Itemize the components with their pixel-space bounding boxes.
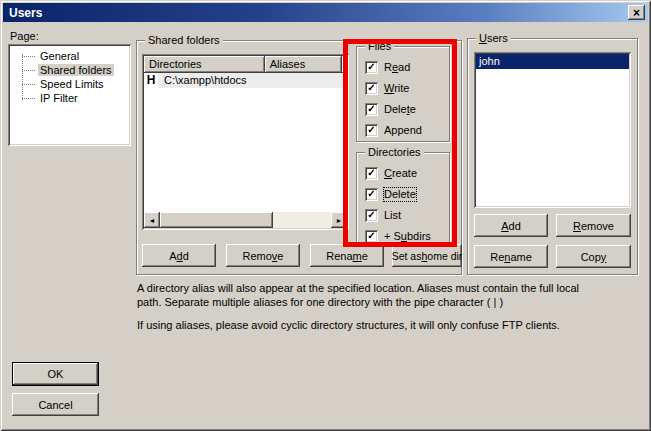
files-delete-row: ✓ Delete [365,102,416,116]
check-icon: ✓ [367,231,375,241]
checkbox-label: Create [384,167,417,180]
folders-rename-button[interactable]: Rename [310,244,384,267]
folders-add-button[interactable]: Add [142,244,216,267]
page-panel-label: Page: [10,30,39,42]
help-line: A directory alias will also appear at th… [137,281,642,295]
scroll-left-icon[interactable]: ◄ [144,212,160,228]
home-flag: H [144,73,158,88]
dirs-subdirs-row: ✓ + Subdirs [365,229,431,243]
files-group: Files ✓ Read ✓ Write ✓ Delete ✓ Append [356,46,450,142]
users-list[interactable]: john [474,52,631,208]
alias-help-text: A directory alias will also appear at th… [137,281,642,332]
check-icon: ✓ [367,104,375,114]
help-line: path. Separate multiple aliases for one … [137,295,642,309]
users-copy-button[interactable]: Copy [556,245,631,268]
directories-group-label: Directories [365,146,424,159]
set-as-home-dir-button[interactable]: Set as home dir [392,244,462,267]
users-remove-button[interactable]: Remove [556,214,631,237]
column-header-aliases[interactable]: Aliases [265,56,342,73]
button-label: R [573,220,581,232]
directories-group: Directories ✓ Create ✓ Delete ✓ List ✓ +… [356,152,450,246]
close-icon[interactable]: × [628,5,645,20]
subdirs-checkbox[interactable]: ✓ [365,230,378,243]
column-header-filler [342,56,347,73]
button-label: A [501,220,508,232]
button-label: y [601,251,607,263]
sidebar-item-ip-filter[interactable]: IP Filter [8,91,131,105]
button-label: d [183,250,189,262]
check-icon: ✓ [367,189,375,199]
create-checkbox[interactable]: ✓ [365,167,378,180]
check-icon: ✓ [367,210,375,220]
column-header-directories[interactable]: Directories [144,56,265,73]
button-label: Set as [392,250,422,262]
users-group-label: Users [476,32,511,45]
checkbox-label: + Subdirs [384,230,431,243]
check-icon: ✓ [367,83,375,93]
check-icon: ✓ [367,168,375,178]
checkbox-label: Append [384,124,422,137]
files-write-row: ✓ Write [365,81,409,95]
page-list: General Shared folders Speed Limits IP F… [8,44,131,146]
sidebar-item-label: Speed Limits [38,78,106,90]
sidebar-item-general[interactable]: General [8,49,131,63]
button-label: e [277,250,283,262]
append-checkbox[interactable]: ✓ [365,124,378,137]
button-label: A [169,250,176,262]
folders-remove-button[interactable]: Remove [226,244,300,267]
write-checkbox[interactable]: ✓ [365,82,378,95]
files-group-label: Files [365,40,394,53]
directory-row[interactable]: H C:\xampp\htdocs [144,73,347,88]
checkbox-label: Delete [384,103,416,116]
button-label: emove [581,220,614,232]
dirs-list-row: ✓ List [365,208,401,222]
checkbox-label: Write [384,82,409,95]
files-read-row: ✓ Read [365,60,410,74]
scrollbar-thumb[interactable] [160,212,273,228]
button-label: Remo [243,250,272,262]
button-label: dd [509,220,521,232]
scrollbar-track[interactable] [273,212,331,228]
button-label: Rena [326,250,352,262]
sidebar-item-label: Shared folders [38,64,114,76]
shared-folders-group-label: Shared folders [145,34,223,47]
user-item-john[interactable]: john [476,54,629,69]
horizontal-scrollbar[interactable]: ◄ ► [144,212,347,228]
button-label: Cop [581,251,601,263]
listview-header: Directories Aliases [144,56,347,73]
check-icon: ✓ [367,125,375,135]
users-add-button[interactable]: Add [474,214,548,237]
sidebar-item-speed-limits[interactable]: Speed Limits [8,77,131,91]
window-title: Users [9,6,42,20]
title-bar[interactable]: Users × [3,3,648,22]
list-checkbox[interactable]: ✓ [365,209,378,222]
sidebar-item-label: General [38,50,81,62]
ok-button[interactable]: OK [12,362,99,386]
dirs-create-row: ✓ Create [365,166,417,180]
button-label: ame [510,251,531,263]
checkbox-label: List [384,209,401,222]
dirs-delete-row: ✓ Delete [365,187,416,201]
button-label: m [353,250,362,262]
read-checkbox[interactable]: ✓ [365,61,378,74]
scroll-right-icon[interactable]: ► [331,212,347,228]
dir-delete-checkbox[interactable]: ✓ [365,188,378,201]
button-label: Re [490,251,504,263]
directory-path: C:\xampp\htdocs [158,73,247,88]
help-line: If using aliases, please avoid cyclic di… [137,318,642,332]
directories-listview[interactable]: Directories Aliases H C:\xampp\htdocs ◄ … [142,54,349,230]
files-append-row: ✓ Append [365,123,422,137]
users-rename-button[interactable]: Rename [474,245,548,268]
users-dialog: Users × Page: General Shared folders Spe… [0,0,651,431]
button-label: ome dir [427,250,462,262]
checkbox-label: Delete [384,188,416,201]
cancel-button[interactable]: Cancel [12,393,99,416]
check-icon: ✓ [367,62,375,72]
button-label: e [362,250,368,262]
users-dialog-screen: Users × Page: General Shared folders Spe… [0,0,651,431]
sidebar-item-label: IP Filter [38,92,80,104]
delete-checkbox[interactable]: ✓ [365,103,378,116]
sidebar-item-shared-folders[interactable]: Shared folders [8,63,131,77]
checkbox-label: Read [384,61,410,74]
